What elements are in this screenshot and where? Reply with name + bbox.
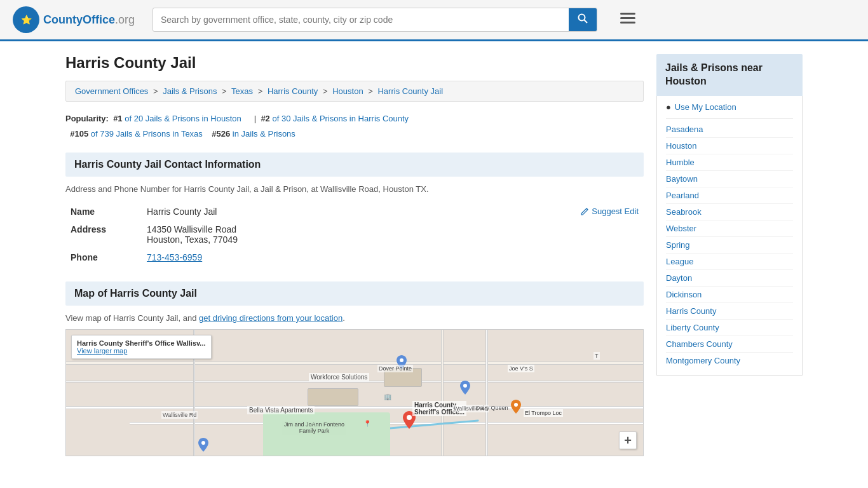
breadcrumb-link-texas[interactable]: Texas xyxy=(231,86,253,96)
table-row: Phone 713-453-6959 xyxy=(65,248,644,266)
contact-description: Address and Phone Number for Harris Coun… xyxy=(65,184,644,194)
contact-table: Name Harris County Jail Suggest Edit Add… xyxy=(65,203,644,266)
building-block xyxy=(308,388,358,406)
sidebar-link-humble[interactable]: Humble xyxy=(666,154,793,171)
search-button[interactable] xyxy=(569,8,597,31)
sidebar-link-webster[interactable]: Webster xyxy=(666,220,793,237)
map-label-bella: Bella Vista Apartments xyxy=(247,406,315,414)
name-label: Name xyxy=(65,203,142,220)
map-label-joevs: Joe V's S xyxy=(508,365,534,372)
page-title: Harris County Jail xyxy=(65,54,644,72)
svg-rect-6 xyxy=(620,22,635,24)
map-pin-orange xyxy=(511,400,521,416)
zoom-plus-button[interactable]: + xyxy=(619,431,637,449)
map-container[interactable]: Harris County Sheriff's Office Wallisv..… xyxy=(65,329,644,456)
svg-rect-5 xyxy=(620,17,635,19)
map-icon-wf: 🏢 xyxy=(384,393,391,400)
breadcrumb-link-jails[interactable]: Jails & Prisons xyxy=(163,86,217,96)
breadcrumb: Government Offices > Jails & Prisons > T… xyxy=(65,81,644,102)
svg-point-8 xyxy=(463,384,467,388)
sidebar-link-spring[interactable]: Spring xyxy=(666,237,793,254)
map-description: View map of Harris County Jail, and get … xyxy=(65,313,644,323)
breadcrumb-link-harris[interactable]: Harris County xyxy=(268,86,318,96)
address-label: Address xyxy=(65,220,142,248)
address-line1: 14350 Wallisville Road xyxy=(147,224,639,234)
map-pin-gray xyxy=(198,438,208,454)
sidebar-link-pasadena[interactable]: Pasadena xyxy=(666,121,793,138)
map-label-dover: Dover Pointe xyxy=(377,365,413,372)
sidebar: Jails & Prisons near Houston ● Use My Lo… xyxy=(656,54,803,469)
map-label-wf: Workforce Solutions xyxy=(309,373,369,381)
sidebar-link-seabrook[interactable]: Seabrook xyxy=(666,204,793,220)
main-container: Harris County Jail Government Offices > … xyxy=(53,41,815,482)
sidebar-link-liberty-county[interactable]: Liberty County xyxy=(666,320,793,336)
directions-link[interactable]: get driving directions from your locatio… xyxy=(199,313,342,323)
sidebar-link-baytown[interactable]: Baytown xyxy=(666,171,793,187)
map-section-header: Map of Harris County Jail xyxy=(65,281,644,306)
use-my-location-button[interactable]: ● Use My Location xyxy=(666,102,736,112)
map-info-box: Harris County Sheriff's Office Wallisv..… xyxy=(71,335,212,359)
suggest-edit-button[interactable]: Suggest Edit xyxy=(580,207,639,216)
pop-link-2[interactable]: of 30 Jails & Prisons in Harris County xyxy=(272,114,409,123)
map-label-park: Jim and JoAnn FontenoFamily Park xyxy=(282,421,346,435)
name-value: Harris County Jail xyxy=(147,207,217,217)
menu-button[interactable] xyxy=(615,9,641,30)
sidebar-link-dayton[interactable]: Dayton xyxy=(666,270,793,287)
map-icon-apt: 📍 xyxy=(363,420,371,427)
address-line2: Houston, Texas, 77049 xyxy=(147,234,639,245)
search-area xyxy=(153,8,597,32)
svg-point-2 xyxy=(579,15,585,21)
map-label-el: El Trompo Loc xyxy=(524,409,563,417)
sidebar-link-houston[interactable]: Houston xyxy=(666,138,793,154)
pop-link-1[interactable]: of 20 Jails & Prisons in Houston xyxy=(125,114,241,123)
breadcrumb-link-houston[interactable]: Houston xyxy=(332,86,363,96)
sidebar-link-harris-county[interactable]: Harris County xyxy=(666,303,793,320)
phone-label: Phone xyxy=(65,248,142,266)
svg-point-10 xyxy=(407,415,412,420)
table-row: Name Harris County Jail Suggest Edit xyxy=(65,203,644,220)
breadcrumb-link-gov[interactable]: Government Offices xyxy=(75,86,148,96)
logo-icon: ⭐ xyxy=(13,6,39,33)
map-larger-link[interactable]: View larger map xyxy=(77,347,127,355)
location-dot-icon: ● xyxy=(666,102,671,112)
road-h1 xyxy=(66,362,643,365)
sidebar-link-pearland[interactable]: Pearland xyxy=(666,187,793,204)
map-section: Map of Harris County Jail View map of Ha… xyxy=(65,281,644,456)
pop-link-3[interactable]: of 739 Jails & Prisons in Texas xyxy=(91,129,203,139)
road-v2 xyxy=(485,330,488,456)
contact-section: Harris County Jail Contact Information A… xyxy=(65,152,644,266)
svg-point-11 xyxy=(201,441,205,445)
svg-text:⭐: ⭐ xyxy=(21,15,32,25)
logo-area: ⭐ CountyOffice.org xyxy=(13,6,140,33)
contact-section-header: Harris County Jail Contact Information xyxy=(65,152,644,177)
road-v1 xyxy=(441,330,444,456)
table-row: Address 14350 Wallisville Road Houston, … xyxy=(65,220,644,248)
svg-line-3 xyxy=(585,20,588,24)
breadcrumb-link-current[interactable]: Harris County Jail xyxy=(377,86,443,96)
sidebar-link-dickinson[interactable]: Dickinson xyxy=(666,287,793,303)
logo-text: CountyOffice.org xyxy=(43,13,135,27)
map-info-title: Harris County Sheriff's Office Wallisv..… xyxy=(77,339,206,347)
svg-point-9 xyxy=(514,403,518,407)
sidebar-content: ● Use My Location Pasadena Houston Humbl… xyxy=(656,96,803,376)
sidebar-link-league[interactable]: League xyxy=(666,254,793,270)
map-pin-blue2 xyxy=(460,381,470,396)
content-area: Harris County Jail Government Offices > … xyxy=(65,54,644,469)
sidebar-link-montgomery-county[interactable]: Montgomery County xyxy=(666,353,793,369)
map-label-wallisville2: Wallisville Rd xyxy=(161,411,198,419)
svg-point-7 xyxy=(400,358,403,362)
popularity-section: Popularity: #1 of 20 Jails & Prisons in … xyxy=(65,112,644,141)
phone-link[interactable]: 713-453-6959 xyxy=(147,252,202,262)
pop-link-4[interactable]: in Jails & Prisons xyxy=(233,129,295,139)
sidebar-divider xyxy=(666,118,793,119)
svg-rect-4 xyxy=(620,13,635,15)
site-header: ⭐ CountyOffice.org xyxy=(0,0,868,41)
search-input[interactable] xyxy=(153,10,569,30)
sidebar-header: Jails & Prisons near Houston xyxy=(656,54,803,96)
map-label-dairy: Dairy Queen xyxy=(476,405,508,411)
sidebar-link-chambers-county[interactable]: Chambers County xyxy=(666,336,793,353)
map-label-t: T xyxy=(593,352,600,360)
